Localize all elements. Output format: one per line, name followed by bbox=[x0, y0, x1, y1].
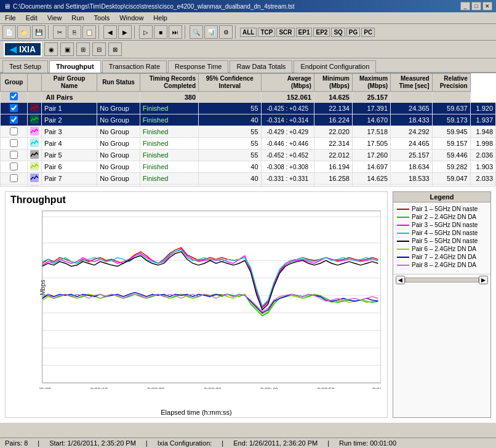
tb-new[interactable]: 📄 bbox=[2, 25, 16, 39]
badge-pg[interactable]: PG bbox=[346, 28, 360, 37]
data-table-container[interactable]: Group Pair GroupName Run Status Timing R… bbox=[0, 73, 496, 186]
tb-chart[interactable]: 📊 bbox=[204, 25, 218, 39]
menu-tools[interactable]: Tools bbox=[92, 14, 113, 22]
tab-test-setup[interactable]: Test Setup bbox=[2, 60, 48, 73]
row-checkbox[interactable] bbox=[10, 116, 18, 124]
tb2-btn1[interactable]: ◉ bbox=[44, 42, 58, 56]
badge-tcp[interactable]: TCP bbox=[258, 28, 275, 37]
legend-color-swatch bbox=[397, 265, 409, 266]
badge-sq[interactable]: SQ bbox=[331, 28, 345, 37]
row-icon-cell bbox=[27, 161, 41, 173]
tb-stop[interactable]: ■ bbox=[154, 25, 167, 39]
menu-run[interactable]: Run bbox=[69, 14, 86, 22]
row-checkbox[interactable] bbox=[10, 174, 18, 182]
tab-endpoint-config[interactable]: Endpoint Configuration bbox=[294, 60, 376, 73]
row-conf: -0.452 : +0.452 bbox=[261, 150, 314, 161]
table-row[interactable]: Pair 4 No Group Finished 55 -0.446 : +0.… bbox=[1, 138, 496, 150]
row-checkbox[interactable] bbox=[10, 162, 18, 170]
tab-raw-data-totals[interactable]: Raw Data Totals bbox=[230, 60, 292, 73]
row-checkbox[interactable] bbox=[10, 104, 18, 112]
legend-scroll-left[interactable]: ◀ bbox=[396, 276, 405, 284]
menu-window[interactable]: Window bbox=[117, 14, 146, 22]
tb2-btn5[interactable]: ⊠ bbox=[108, 42, 122, 56]
legend-label: Pair 7 – 2.4GHz DN DA bbox=[412, 254, 476, 260]
legend-scroll-right[interactable]: ▶ bbox=[479, 276, 488, 284]
tb-fwd[interactable]: ▶ bbox=[118, 25, 132, 39]
row-checkbox[interactable] bbox=[10, 151, 18, 159]
row-min: 14.697 bbox=[352, 161, 390, 173]
tb-cut[interactable]: ✂ bbox=[53, 25, 66, 39]
row-group-name: No Group bbox=[97, 161, 140, 173]
maximize-button[interactable]: □ bbox=[471, 2, 481, 10]
tb-sep3 bbox=[134, 25, 137, 39]
tb-step[interactable]: ⏭ bbox=[169, 25, 182, 39]
legend-label: Pair 5 – 5GHz DN naste bbox=[412, 238, 478, 244]
col-header-icon bbox=[27, 74, 41, 92]
row-checkbox[interactable] bbox=[10, 127, 18, 135]
row-group-name: No Group bbox=[97, 150, 140, 161]
tb-sep4 bbox=[185, 25, 187, 39]
table-row[interactable]: Pair 6 No Group Finished 40 -0.308 : +0.… bbox=[1, 161, 496, 173]
table-row[interactable]: Pair 2 No Group Finished 40 -0.314 : +0.… bbox=[1, 114, 496, 126]
table-row[interactable]: Pair 7 No Group Finished 40 -0.331 : +0.… bbox=[1, 173, 496, 185]
row-conf: -0.425 : +0.425 bbox=[261, 103, 314, 114]
allpairs-records: 380 bbox=[140, 92, 198, 103]
tb2-btn4[interactable]: ⊟ bbox=[92, 42, 106, 56]
window-title: C:\Documents and Settings\Tim\Desktop\ci… bbox=[13, 3, 295, 10]
chart-area: Throughput 0 3.000 6.000 9.000 12.000 15… bbox=[0, 186, 496, 423]
tb-paste[interactable]: 📋 bbox=[82, 25, 96, 39]
tb-back[interactable]: ◀ bbox=[103, 25, 117, 39]
row-group-cell bbox=[1, 126, 28, 138]
tb2-btn2[interactable]: ▣ bbox=[60, 42, 74, 56]
table-row[interactable]: Pair 3 No Group Finished 55 -0.429 : +0.… bbox=[1, 126, 496, 138]
tb-zoom[interactable]: 🔍 bbox=[190, 25, 203, 39]
row-max: 18.634 bbox=[391, 161, 433, 173]
legend-item: Pair 2 – 2.4GHz DN DA bbox=[397, 213, 487, 221]
row-records: 40 bbox=[199, 114, 262, 126]
row-icon-cell bbox=[27, 114, 41, 126]
legend-item: Pair 3 – 5GHz DN naste bbox=[397, 221, 487, 229]
menu-file[interactable]: File bbox=[2, 14, 18, 22]
tb-run[interactable]: ▷ bbox=[139, 25, 153, 39]
menu-help[interactable]: Help bbox=[151, 14, 170, 22]
row-status: Finished bbox=[140, 114, 198, 126]
legend-color-swatch bbox=[397, 257, 409, 258]
chart-x-label: Elapsed time (h:mm:ss) bbox=[6, 407, 387, 417]
row-pair-name: Pair 2 bbox=[41, 114, 97, 126]
menu-view[interactable]: View bbox=[45, 14, 65, 22]
table-row[interactable]: Pair 5 No Group Finished 55 -0.452 : +0.… bbox=[1, 150, 496, 161]
row-conf: -0.429 : +0.429 bbox=[261, 126, 314, 138]
menu-edit[interactable]: Edit bbox=[23, 14, 40, 22]
tb-copy[interactable]: ⎘ bbox=[68, 25, 81, 39]
chart-svg: 0 3.000 6.000 9.000 12.000 15.000 18.000… bbox=[39, 208, 381, 389]
status-end: End: 1/26/2011, 2:36:20 PM bbox=[233, 439, 318, 447]
row-checkbox[interactable] bbox=[10, 139, 18, 147]
tab-transaction-rate[interactable]: Transaction Rate bbox=[102, 60, 167, 73]
row-pair-name: Pair 6 bbox=[41, 161, 97, 173]
legend-color-swatch bbox=[397, 249, 409, 250]
allpairs-checkbox[interactable] bbox=[10, 92, 18, 100]
row-max: 25.157 bbox=[391, 150, 433, 161]
allpairs-group-cell bbox=[1, 92, 28, 103]
close-button[interactable]: ✕ bbox=[482, 2, 492, 10]
tb-settings[interactable]: ⚙ bbox=[219, 25, 233, 39]
badge-pc[interactable]: PC bbox=[361, 28, 375, 37]
badge-ep1[interactable]: EP1 bbox=[296, 28, 313, 37]
legend-label: Pair 3 – 5GHz DN naste bbox=[412, 222, 478, 228]
tab-response-time[interactable]: Response Time bbox=[168, 60, 228, 73]
row-prec: 1.903 bbox=[470, 161, 495, 173]
tab-bar: Test Setup Throughput Transaction Rate R… bbox=[0, 58, 496, 73]
tb-save[interactable]: 💾 bbox=[32, 25, 46, 39]
tab-throughput[interactable]: Throughput bbox=[49, 60, 101, 73]
tb2-btn3[interactable]: ⊞ bbox=[76, 42, 90, 56]
minimize-button[interactable]: _ bbox=[460, 2, 470, 10]
badge-scr[interactable]: SCR bbox=[276, 28, 294, 37]
badge-ep2[interactable]: EP2 bbox=[313, 28, 330, 37]
col-header-confidence: 95% ConfidenceInterval bbox=[199, 74, 262, 92]
table-row[interactable]: Pair 1 No Group Finished 55 -0.425 : +0.… bbox=[1, 103, 496, 114]
row-max: 24.292 bbox=[391, 126, 433, 138]
col-header-group: Group bbox=[1, 74, 28, 92]
tb-open[interactable]: 📁 bbox=[17, 25, 31, 39]
badge-all[interactable]: ALL bbox=[240, 28, 257, 37]
legend-item: Pair 7 – 2.4GHz DN DA bbox=[397, 253, 487, 261]
